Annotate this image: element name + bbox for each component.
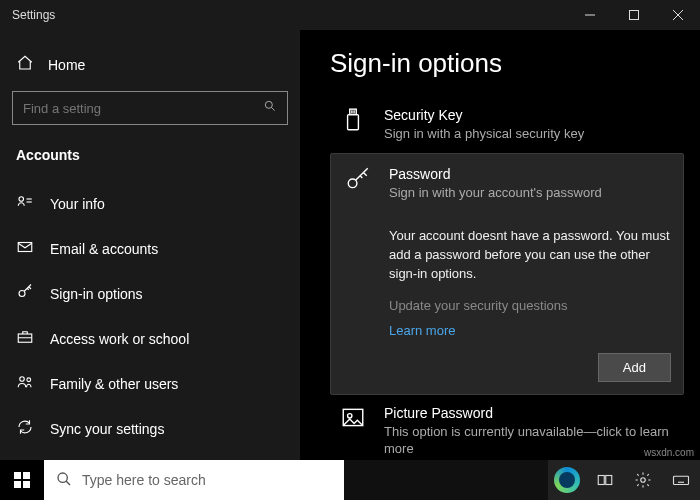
minimize-button[interactable] — [568, 0, 612, 30]
svg-rect-21 — [14, 472, 21, 479]
svg-rect-1 — [630, 11, 639, 20]
svg-point-20 — [348, 413, 352, 417]
section-heading: Accounts — [0, 139, 300, 181]
option-title: Picture Password — [384, 405, 676, 421]
sync-icon — [16, 418, 34, 439]
svg-point-10 — [19, 291, 25, 297]
svg-rect-22 — [23, 472, 30, 479]
keyboard-icon[interactable] — [662, 460, 700, 500]
option-desc: Sign in with a physical security key — [384, 125, 676, 143]
nav-sign-in-options[interactable]: Sign-in options — [0, 271, 300, 316]
search-icon — [56, 471, 72, 490]
nav-access-work-school[interactable]: Access work or school — [0, 316, 300, 361]
briefcase-icon — [16, 328, 34, 349]
usb-key-icon — [338, 107, 368, 143]
page-heading: Sign-in options — [330, 48, 684, 79]
taskbar: Type here to search — [0, 460, 700, 500]
svg-point-4 — [265, 101, 272, 108]
home-icon — [16, 54, 34, 75]
nav-family-other-users[interactable]: Family & other users — [0, 361, 300, 406]
option-title: Password — [389, 166, 671, 182]
maximize-button[interactable] — [612, 0, 656, 30]
svg-rect-23 — [14, 481, 21, 488]
svg-rect-24 — [23, 481, 30, 488]
option-security-key[interactable]: Security Key Sign in with a physical sec… — [330, 97, 684, 153]
search-icon — [263, 99, 277, 117]
svg-point-13 — [27, 378, 31, 382]
window-controls — [568, 0, 700, 30]
option-password[interactable]: Password Sign in with your account's pas… — [330, 153, 684, 395]
svg-point-18 — [348, 179, 357, 188]
option-picture-password[interactable]: Picture Password This option is currentl… — [330, 395, 684, 460]
nav-label: Sync your settings — [50, 421, 164, 437]
nav-label: Family & other users — [50, 376, 178, 392]
nav-label: Access work or school — [50, 331, 189, 347]
password-message: Your account doesnt have a password. You… — [389, 227, 671, 284]
nav-sync-settings[interactable]: Sync your settings — [0, 406, 300, 451]
nav-label: Sign-in options — [50, 286, 143, 302]
learn-more-link[interactable]: Learn more — [389, 323, 455, 338]
svg-rect-27 — [598, 476, 604, 485]
nav-label: Email & accounts — [50, 241, 158, 257]
picture-icon — [338, 405, 368, 458]
option-title: Security Key — [384, 107, 676, 123]
people-icon — [16, 373, 34, 394]
svg-rect-30 — [674, 476, 689, 484]
svg-rect-28 — [606, 476, 612, 485]
start-button[interactable] — [0, 460, 44, 500]
system-tray — [548, 460, 700, 500]
svg-point-29 — [641, 478, 646, 483]
svg-rect-15 — [348, 115, 359, 130]
close-button[interactable] — [656, 0, 700, 30]
person-card-icon — [16, 193, 34, 214]
svg-line-26 — [66, 481, 70, 485]
watermark: wsxdn.com — [644, 447, 694, 458]
add-password-button[interactable]: Add — [598, 353, 671, 382]
nav-email-accounts[interactable]: Email & accounts — [0, 226, 300, 271]
sidebar: Home Accounts Your info Email & accounts… — [0, 30, 300, 460]
app-title: Settings — [0, 8, 55, 22]
mail-icon — [16, 238, 34, 259]
svg-rect-14 — [350, 109, 357, 114]
option-desc: Sign in with your account's password — [389, 184, 671, 202]
task-view-icon[interactable] — [586, 460, 624, 500]
settings-search[interactable] — [12, 91, 288, 125]
nav-your-info[interactable]: Your info — [0, 181, 300, 226]
home-button[interactable]: Home — [0, 44, 300, 85]
search-input[interactable] — [23, 101, 252, 116]
taskbar-search[interactable]: Type here to search — [44, 460, 344, 500]
option-desc: This option is currently unavailable—cli… — [384, 423, 676, 458]
svg-rect-9 — [18, 243, 32, 252]
svg-point-25 — [58, 473, 67, 482]
edge-app-icon[interactable] — [548, 460, 586, 500]
svg-point-6 — [19, 197, 24, 202]
home-label: Home — [48, 57, 85, 73]
main-content: Sign-in options Security Key Sign in wit… — [300, 30, 700, 460]
key-icon — [16, 283, 34, 304]
svg-point-12 — [20, 377, 25, 382]
key-icon — [343, 166, 373, 202]
svg-line-5 — [271, 107, 274, 110]
settings-gear-icon[interactable] — [624, 460, 662, 500]
nav-label: Your info — [50, 196, 105, 212]
taskbar-search-placeholder: Type here to search — [82, 472, 206, 488]
update-security-questions-link[interactable]: Update your security questions — [389, 298, 671, 313]
titlebar: Settings — [0, 0, 700, 30]
